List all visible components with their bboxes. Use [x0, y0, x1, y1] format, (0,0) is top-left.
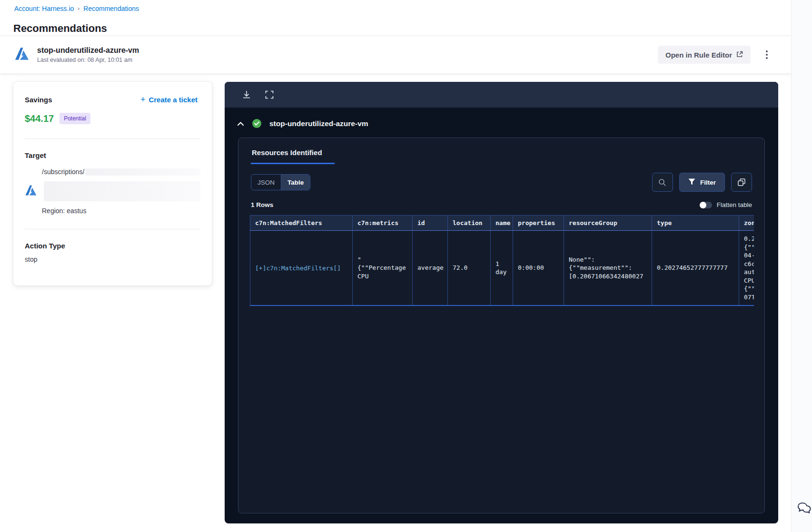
success-icon [252, 119, 261, 128]
column-header: c7n:MatchedFilters [250, 216, 353, 231]
potential-badge: Potential [59, 113, 90, 124]
savings-label: Savings [25, 96, 52, 104]
last-evaluated-text: Last evaluated on: 08 Apr, 10:01 am [37, 57, 139, 63]
breadcrumb-account-link[interactable]: Account: Harness.io [14, 5, 74, 12]
table-header-row: c7n:MatchedFilters c7n:metrics id locati… [250, 216, 754, 231]
savings-card: Savings + Create a ticket $44.17 Potenti… [13, 82, 212, 286]
azure-icon [25, 184, 37, 198]
download-icon[interactable] [242, 90, 251, 99]
evaluation-output-panel: stop-underutilized-azure-vm Resources Id… [225, 82, 778, 523]
fullscreen-icon[interactable] [265, 90, 274, 99]
json-view-button[interactable]: JSON [251, 175, 281, 190]
view-toggle: JSON Table [251, 174, 310, 190]
target-label: Target [25, 151, 200, 159]
filter-icon [688, 178, 695, 187]
external-link-icon [736, 51, 743, 59]
create-ticket-button[interactable]: + Create a ticket [138, 94, 200, 105]
cell-zones: 0.21423 {""cost 04-05T0 c6cf625 autosto … [744, 235, 754, 301]
action-type-label: Action Type [25, 242, 200, 250]
open-in-rule-editor-button[interactable]: Open in Rule Editor [658, 46, 751, 64]
column-header: location [448, 216, 491, 231]
rule-name-title: stop-underutilized-azure-vm [269, 119, 368, 128]
divider [25, 229, 200, 229]
copy-icon[interactable] [731, 173, 752, 192]
filter-label: Filter [700, 179, 716, 186]
cell-resource-group: None"": {""measurement"": [0.20671066342… [569, 256, 647, 281]
cell-id: average [417, 264, 443, 272]
resources-table-container: c7n:MatchedFilters c7n:metrics id locati… [250, 215, 754, 306]
recommendation-header: stop-underutilized-azure-vm Last evaluat… [0, 36, 812, 73]
table-view-button[interactable]: Table [281, 175, 310, 190]
rows-count: 1 Rows [251, 201, 273, 208]
column-header: c7n:metrics [353, 216, 413, 231]
matched-filters-expand-link[interactable]: [+]c7n:MatchedFilters[] [255, 265, 341, 272]
cell-metrics: " {""Percentage CPU [357, 256, 407, 281]
divider [25, 138, 200, 139]
kebab-menu-icon[interactable] [761, 49, 773, 61]
search-icon[interactable] [652, 173, 673, 192]
breadcrumb-recommendations-link[interactable]: Recommendations [83, 5, 139, 12]
breadcrumb-separator-icon: › [78, 5, 79, 12]
column-header: type [652, 216, 739, 231]
breadcrumb: Account: Harness.io › Recommendations [14, 5, 139, 12]
toggle-icon[interactable] [700, 202, 712, 208]
savings-amount: $44.17 [25, 113, 54, 124]
chevron-up-icon[interactable] [237, 121, 244, 126]
tab-resources-identified[interactable]: Resources Identified [251, 148, 335, 164]
create-ticket-label: Create a ticket [149, 96, 198, 104]
target-path: /subscriptions/ [42, 168, 84, 176]
recommendation-title: stop-underutilized-azure-vm [37, 46, 139, 55]
flatten-table-label: Flatten table [717, 201, 752, 208]
action-type-value: stop [25, 256, 200, 263]
column-header: id [413, 216, 448, 231]
open-in-rule-editor-label: Open in Rule Editor [665, 51, 732, 59]
page-title: Recommendations [13, 22, 107, 35]
column-header: name [491, 216, 513, 231]
cell-type: 0.20274652777777777 [657, 264, 734, 272]
azure-icon [14, 46, 30, 63]
output-toolbar [225, 82, 778, 108]
column-header: properties [513, 216, 564, 231]
filter-button[interactable]: Filter [679, 173, 725, 192]
cell-name: 1 day [495, 260, 508, 276]
target-region: Region: eastus [42, 207, 200, 215]
page-right-rail [791, 0, 812, 532]
redacted-resource-text [44, 181, 200, 201]
resources-identified-panel: Resources Identified JSON Table [238, 138, 765, 513]
cell-location: 72.0 [453, 264, 485, 272]
column-header: zones [739, 216, 754, 231]
chat-icon[interactable] [794, 501, 812, 517]
plus-icon: + [140, 95, 146, 105]
flatten-table-toggle[interactable]: Flatten table [700, 201, 752, 208]
resources-table: c7n:MatchedFilters c7n:metrics id locati… [250, 215, 754, 306]
redacted-target-text [85, 168, 200, 176]
table-row: [+]c7n:MatchedFilters[] " {""Percentage … [250, 231, 754, 306]
column-header: resourceGroup [564, 216, 652, 231]
cell-properties: 0:00:00 [518, 264, 559, 272]
